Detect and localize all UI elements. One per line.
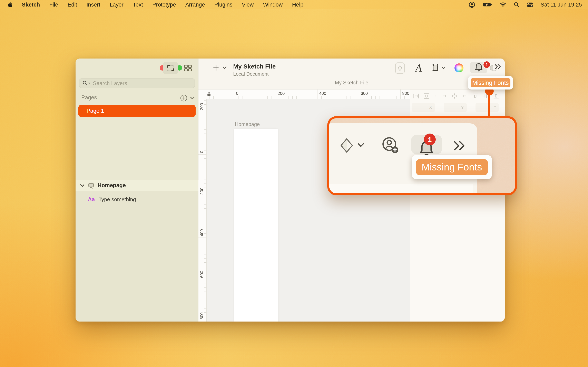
align-bottom-icon[interactable] xyxy=(493,93,499,99)
ruler-tick xyxy=(292,96,293,99)
v-ruler-label: 200 xyxy=(199,188,204,195)
align-center-horizontal-icon[interactable] xyxy=(451,93,458,99)
document-title-block[interactable]: My Sketch File Local Document xyxy=(233,63,276,77)
menu-item-layer[interactable]: Layer xyxy=(110,2,123,8)
ruler-tick xyxy=(204,171,207,171)
missing-fonts-tooltip: Missing Fonts xyxy=(468,76,513,90)
align-left-icon[interactable] xyxy=(441,93,447,99)
add-page-button[interactable] xyxy=(180,94,187,102)
v-ruler-label: 800 xyxy=(199,312,204,319)
menu-item-help[interactable]: Help xyxy=(292,2,303,8)
menu-clock[interactable]: Sat 11 Jun 19:25 xyxy=(541,2,582,8)
x-position-field[interactable]: X xyxy=(412,103,435,112)
insert-dropdown-chevron-icon[interactable] xyxy=(223,66,227,69)
zoom-callout: 1 Missing Fonts xyxy=(327,116,517,195)
ruler-tick xyxy=(359,90,359,99)
insert-plus-button[interactable]: + xyxy=(211,63,221,73)
ruler-tick xyxy=(263,96,263,99)
frame-tool-button[interactable] xyxy=(431,63,440,72)
color-picker-button[interactable] xyxy=(454,63,463,72)
artboard-homepage[interactable] xyxy=(234,129,278,322)
v-ruler-label: -200 xyxy=(199,103,204,111)
x-field-label: X xyxy=(429,105,432,110)
divider-dots-icon[interactable] xyxy=(434,93,437,99)
magnified-inspector-strip xyxy=(327,184,473,195)
menu-item-edit[interactable]: Edit xyxy=(68,2,77,8)
ruler-tick xyxy=(204,213,207,213)
control-center-icon[interactable] xyxy=(527,2,533,7)
wifi-icon[interactable] xyxy=(500,2,506,7)
artboard-label[interactable]: Homepage xyxy=(235,121,260,127)
ruler-tick xyxy=(204,308,207,309)
menu-item-window[interactable]: Window xyxy=(263,2,283,8)
y-position-field[interactable]: Y xyxy=(444,103,467,112)
vertical-ruler: -2000200400600800 xyxy=(199,99,207,322)
artboard-easel-icon xyxy=(87,182,95,189)
ruler-tick xyxy=(204,125,207,125)
menu-item-arrange[interactable]: Arrange xyxy=(185,2,205,8)
ruler-tick xyxy=(204,167,207,167)
v-ruler-label: 0 xyxy=(199,151,204,153)
rotation-field-label: ° xyxy=(494,105,496,110)
plus-icon: + xyxy=(213,63,219,73)
ruler-tick xyxy=(351,96,351,99)
align-top-icon[interactable] xyxy=(472,93,478,99)
ruler-tick xyxy=(204,146,207,146)
ruler-tick xyxy=(288,96,288,99)
search-layers-field[interactable] xyxy=(79,78,195,88)
ruler-tick xyxy=(392,96,392,99)
menu-item-view[interactable]: View xyxy=(242,2,254,8)
menu-item-prototype[interactable]: Prototype xyxy=(152,2,176,8)
ruler-tick xyxy=(204,100,207,100)
user-account-icon[interactable] xyxy=(469,2,475,8)
search-icon xyxy=(82,81,90,86)
align-right-icon[interactable] xyxy=(462,93,468,99)
ruler-tick xyxy=(384,96,384,99)
layers-panel-lower xyxy=(76,191,199,322)
ruler-tick xyxy=(400,90,401,99)
sidebar-layer-group-homepage[interactable]: Homepage xyxy=(76,180,199,191)
search-icon[interactable] xyxy=(514,2,519,8)
search-input[interactable] xyxy=(93,80,192,87)
menu-item-text[interactable]: Text xyxy=(133,2,143,8)
rotation-field[interactable]: ° xyxy=(476,103,499,112)
missing-fonts-tooltip-label: Missing Fonts xyxy=(472,80,509,86)
insert-shape-button[interactable] xyxy=(395,62,405,74)
apple-icon[interactable] xyxy=(8,2,12,8)
ruler-tick xyxy=(204,200,207,200)
lock-icon[interactable] xyxy=(207,91,211,97)
ruler-tick xyxy=(209,96,209,99)
canvas-view-toggle-button[interactable] xyxy=(163,62,178,74)
distribute-horizontal-icon[interactable] xyxy=(413,93,419,99)
magnified-notification-badge: 1 xyxy=(424,133,436,145)
ruler-tick xyxy=(280,96,280,99)
sidebar-layer-item-text[interactable]: Aa Type something xyxy=(76,195,199,204)
horizontal-ruler: 0200400600800 xyxy=(207,90,410,99)
page-item-label: Page 1 xyxy=(86,108,104,114)
menu-item-plugins[interactable]: Plugins xyxy=(214,2,233,8)
frame-dropdown-chevron-icon[interactable] xyxy=(442,67,445,69)
text-layer-label: Type something xyxy=(99,196,136,203)
menu-app-name[interactable]: Sketch xyxy=(22,2,40,8)
ruler-tick xyxy=(218,96,218,99)
ruler-tick xyxy=(204,138,207,138)
ruler-tick xyxy=(301,96,301,99)
ruler-tick xyxy=(276,90,276,99)
toolbar-overflow-button[interactable] xyxy=(494,63,502,70)
ruler-tick xyxy=(375,96,376,99)
magnified-add-person-icon xyxy=(381,136,400,156)
distribute-vertical-icon[interactable] xyxy=(424,93,430,99)
sidebar-page-item-selected[interactable]: Page 1 xyxy=(78,105,196,117)
menu-item-insert[interactable]: Insert xyxy=(86,2,100,8)
components-view-toggle-button[interactable] xyxy=(182,62,194,74)
ruler-tick xyxy=(251,96,251,99)
chevron-down-icon[interactable] xyxy=(80,184,85,187)
ruler-tick xyxy=(242,96,243,99)
menu-item-file[interactable]: File xyxy=(49,2,58,8)
pages-collapse-chevron-icon[interactable] xyxy=(190,96,195,100)
text-tool-button[interactable]: A xyxy=(413,62,424,74)
canvas-tab-label[interactable]: My Sketch File xyxy=(199,80,505,88)
battery-charging-icon[interactable] xyxy=(483,2,492,7)
ruler-tick xyxy=(371,96,372,99)
ruler-tick xyxy=(204,254,207,254)
